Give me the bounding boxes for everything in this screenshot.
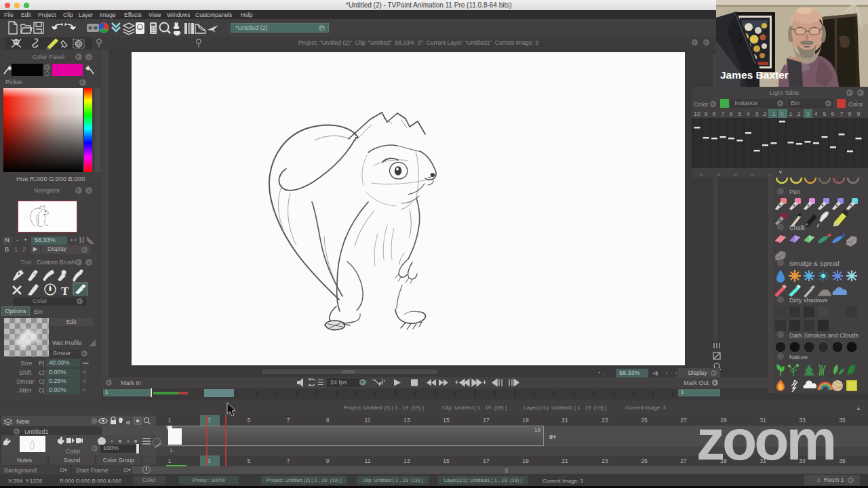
svg-text:Dirty shadows: Dirty shadows bbox=[789, 297, 828, 304]
svg-text:0: 0 bbox=[780, 110, 783, 117]
svg-text:10: 10 bbox=[694, 110, 701, 117]
svg-text:8: 8 bbox=[848, 110, 851, 117]
svg-text:T: T bbox=[61, 285, 69, 296]
svg-text:3: 3 bbox=[806, 110, 809, 117]
svg-text:4: 4 bbox=[746, 110, 749, 117]
svg-text:New: New bbox=[16, 418, 29, 425]
svg-text:5: 5 bbox=[738, 110, 741, 117]
svg-text:5: 5 bbox=[823, 110, 826, 117]
svg-text:3: 3 bbox=[755, 110, 758, 117]
svg-text:7: 7 bbox=[721, 110, 724, 117]
svg-text:Nature: Nature bbox=[789, 354, 808, 361]
svg-text:7: 7 bbox=[840, 110, 843, 117]
svg-text:Pen: Pen bbox=[789, 188, 800, 195]
svg-text:2: 2 bbox=[797, 110, 800, 117]
svg-text:James Baxter: James Baxter bbox=[720, 69, 789, 81]
svg-text:9: 9 bbox=[856, 110, 860, 117]
svg-text:1: 1 bbox=[789, 110, 792, 117]
svg-text:9: 9 bbox=[704, 110, 707, 117]
svg-text:8: 8 bbox=[712, 110, 715, 117]
svg-text:2: 2 bbox=[763, 110, 766, 117]
svg-text:Color: Color bbox=[66, 448, 81, 455]
svg-text:Smudge & Spread: Smudge & Spread bbox=[789, 260, 840, 267]
svg-text:Chalk: Chalk bbox=[789, 224, 806, 231]
svg-text:α: α bbox=[126, 418, 130, 426]
svg-text:Dark Smokes and Clouds: Dark Smokes and Clouds bbox=[789, 332, 859, 339]
svg-text:6: 6 bbox=[831, 110, 834, 117]
svg-text:4: 4 bbox=[814, 110, 817, 117]
svg-text:6: 6 bbox=[729, 110, 732, 117]
svg-text:1: 1 bbox=[772, 110, 775, 117]
